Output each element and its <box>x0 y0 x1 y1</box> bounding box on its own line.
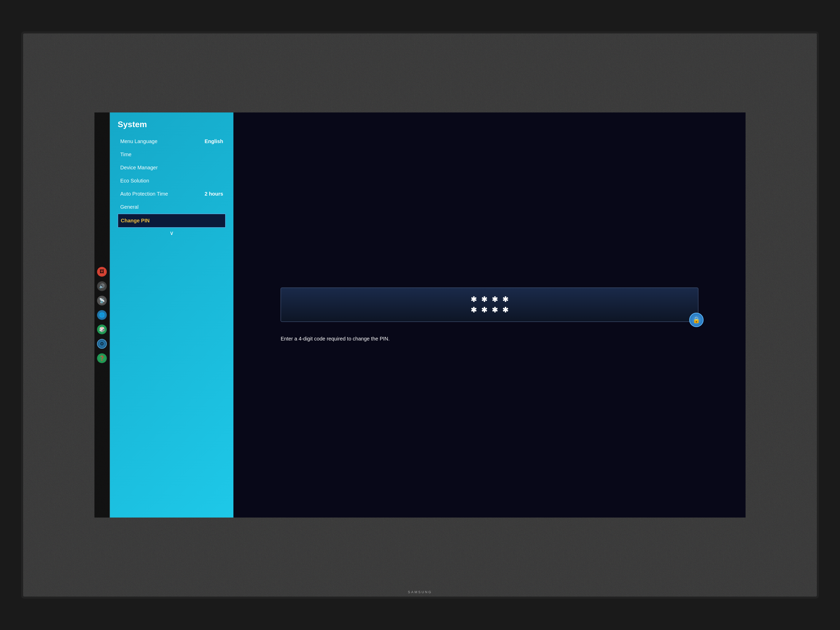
tv-frame: 🖼🔊📡🌐🎲⚙❓ System Menu LanguageEnglishTimeD… <box>21 32 819 598</box>
sidebar-icon-picture[interactable]: 🖼 <box>97 267 107 277</box>
menu-item-label-general: General <box>120 204 139 210</box>
pin-star: ✱ <box>471 306 477 314</box>
sidebar-icon-audio[interactable]: 🔊 <box>97 281 107 291</box>
pin-star: ✱ <box>492 306 498 314</box>
menu-item-label-device-manager: Device Manager <box>120 165 158 171</box>
menu-item-time[interactable]: Time <box>118 148 226 161</box>
menu-item-value-menu-language: English <box>205 139 223 144</box>
menu-item-general[interactable]: General <box>118 201 226 213</box>
pin-panel: ✱ ✱ ✱ ✱ ✱ ✱ ✱ ✱ 🔒 Enter a 4-dig <box>234 112 745 518</box>
samsung-logo: SAMSUNG <box>408 590 432 594</box>
tv-screen: 🖼🔊📡🌐🎲⚙❓ System Menu LanguageEnglishTimeD… <box>23 33 817 596</box>
pin-row-1: ✱ ✱ ✱ ✱ <box>289 295 690 304</box>
sidebar-icon-channel[interactable]: 📡 <box>97 296 107 305</box>
sidebar-icon-network[interactable]: 🌐 <box>97 310 107 320</box>
menu-items: Menu LanguageEnglishTimeDevice ManagerEc… <box>118 135 226 228</box>
pin-display-box: ✱ ✱ ✱ ✱ ✱ ✱ ✱ ✱ 🔒 <box>281 287 698 322</box>
menu-item-label-eco-solution: Eco Solution <box>120 178 149 184</box>
pin-star: ✱ <box>492 295 498 304</box>
pin-star: ✱ <box>471 295 477 304</box>
system-menu: System Menu LanguageEnglishTimeDevice Ma… <box>110 112 234 518</box>
sidebar-icon-support[interactable]: ❓ <box>97 353 107 363</box>
menu-item-label-change-pin: Change PIN <box>121 218 150 224</box>
menu-item-label-time: Time <box>120 152 131 158</box>
sidebar-icon-smart[interactable]: 🎲 <box>97 325 107 334</box>
sidebar-icon-system[interactable]: ⚙ <box>97 339 107 349</box>
menu-item-auto-protection-time[interactable]: Auto Protection Time2 hours <box>118 187 226 201</box>
pin-star: ✱ <box>502 306 508 314</box>
pin-star: ✱ <box>481 295 487 304</box>
pin-instruction: Enter a 4-digit code required to change … <box>281 335 698 343</box>
menu-item-device-manager[interactable]: Device Manager <box>118 161 226 174</box>
menu-item-label-menu-language: Menu Language <box>120 139 158 144</box>
menu-item-change-pin[interactable]: Change PIN <box>118 213 226 228</box>
menu-item-eco-solution[interactable]: Eco Solution <box>118 174 226 187</box>
lock-icon: 🔒 <box>689 313 704 327</box>
menu-item-value-auto-protection-time: 2 hours <box>205 191 223 197</box>
menu-container: 🖼🔊📡🌐🎲⚙❓ System Menu LanguageEnglishTimeD… <box>95 112 745 518</box>
pin-row-2: ✱ ✱ ✱ ✱ <box>289 306 690 314</box>
menu-title: System <box>118 120 226 129</box>
pin-star: ✱ <box>481 306 487 314</box>
menu-item-label-auto-protection-time: Auto Protection Time <box>120 191 168 197</box>
sidebar: 🖼🔊📡🌐🎲⚙❓ <box>95 112 110 518</box>
menu-item-menu-language[interactable]: Menu LanguageEnglish <box>118 135 226 148</box>
pin-star: ✱ <box>502 295 508 304</box>
scroll-down-indicator: ∨ <box>118 230 226 237</box>
